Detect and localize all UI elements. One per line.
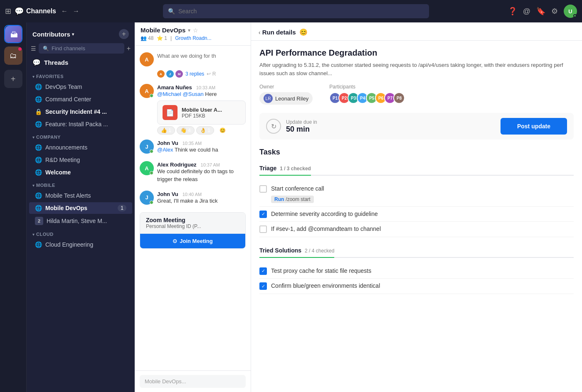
sidebar-item-command-center[interactable]: 🌐 Command Center [29, 93, 132, 105]
favorites-section-header[interactable]: ▾ FAVORITES [27, 70, 135, 81]
workspace-item-2[interactable]: 🗂 [4, 47, 22, 65]
sidebar-item-mobile-devops[interactable]: 🌐 Mobile DevOps 1 [29, 202, 132, 214]
mobile-section-header[interactable]: ▾ MOBILE [27, 179, 135, 189]
task-checkbox[interactable] [259, 282, 267, 290]
reaction-wave[interactable]: 👋 4 [177, 126, 195, 135]
grid-icon[interactable]: ⊞ [5, 7, 11, 16]
mention-icon[interactable]: @ [523, 7, 530, 16]
task-label: If #sev-1, add @commandteam to channel [271, 225, 381, 233]
join-meeting-button[interactable]: ⊙ Join Meeting [140, 234, 245, 248]
unread-badge: 1 [118, 205, 126, 211]
find-channels-input[interactable]: 🔍 Find channels [39, 43, 124, 54]
star-icon[interactable]: ☆ [193, 27, 198, 34]
help-icon[interactable]: ❓ [508, 7, 517, 16]
task-checkbox[interactable] [259, 267, 267, 275]
owner-label: Owner [259, 84, 313, 90]
workspace-name[interactable]: Contributors ▾ [32, 31, 74, 38]
search-bar[interactable]: 🔍 [163, 4, 429, 18]
tasks-title: Tasks [259, 148, 574, 157]
dropdown-icon[interactable]: ▾ [188, 27, 190, 33]
message-time: 10:40 AM [182, 192, 202, 197]
message-input[interactable]: Mobile DevOps... [140, 375, 246, 388]
message-time: 10:37 AM [201, 162, 220, 167]
sidebar-item-label: Feature: Install Packa ... [45, 121, 108, 127]
sidebar-item-security-incident[interactable]: 🔒 Security Incident #4 ... [29, 106, 132, 118]
sidebar-item-label: Cloud Engineering [45, 241, 93, 248]
post-update-button[interactable]: Post update [501, 118, 567, 135]
task-label: Confirm blue/green environments identica… [271, 282, 380, 290]
workspace-bar: 🏔 🗂 + [0, 0, 27, 392]
sidebar-item-mobile-test-alerts[interactable]: 🌐 Mobile Test Alerts [29, 190, 132, 201]
tab-triage[interactable]: Triage 1 / 3 checked [259, 162, 311, 175]
sidebar-item-threads[interactable]: 💬 Threads [27, 55, 135, 70]
avatar: A [140, 84, 154, 98]
online-indicator [150, 94, 153, 98]
back-button[interactable]: ‹ Run details [259, 29, 296, 36]
add-workspace-button[interactable]: + [4, 70, 22, 88]
sidebar-item-announcements[interactable]: 🌐 Announcements [29, 142, 132, 153]
sidebar-item-welcome[interactable]: 🌐 Welcome [29, 167, 132, 178]
globe-icon: 🌐 [35, 96, 42, 103]
cloud-section-header[interactable]: ▾ CLOUD [27, 228, 135, 238]
sidebar-dm-item[interactable]: 2 Hilda Martin, Steve M... [29, 215, 132, 227]
globe-icon: 🌐 [35, 144, 42, 151]
forward-arrow[interactable]: → [71, 7, 81, 16]
avatar: A [140, 161, 154, 175]
sidebar-item-cloud-engineering[interactable]: 🌐 Cloud Engineering [29, 239, 132, 250]
add-icon[interactable]: + [127, 45, 131, 52]
reaction-ok[interactable]: 👌 1 [196, 126, 214, 135]
msg-text: What are we doing for th [157, 53, 216, 59]
run-tag[interactable]: Run /zoom start [271, 196, 314, 203]
task-checkbox[interactable] [259, 185, 267, 193]
globe-icon: 🌐 [35, 169, 42, 176]
msg-text: @Michael @Susan Here [157, 91, 246, 98]
run-meta-row: Owner LR Leonard Riley Participants P1 P… [259, 84, 574, 105]
message-group-john: J John Vu 10:35 AM @Alex Think we could … [135, 137, 251, 159]
globe-icon: 🌐 [35, 157, 42, 163]
task-tabs: Triage 1 / 3 checked [259, 162, 574, 176]
company-section-header[interactable]: ▾ COMPANY [27, 130, 135, 141]
run-header-title: Run details [262, 29, 296, 36]
add-reaction[interactable]: 😊 [216, 126, 229, 135]
user-avatar[interactable]: U [564, 5, 577, 18]
globe-icon: 🌐 [35, 192, 42, 199]
run-label: Run [274, 196, 284, 202]
members-icon: 👥 [141, 35, 147, 41]
task-label: Determine severity according to guidelin… [271, 210, 378, 218]
timer-icon: ↻ [266, 119, 281, 134]
breadcrumb-link[interactable]: Growth Roadn... [175, 35, 211, 41]
triage-count: 1 / 3 checked [280, 166, 311, 172]
back-arrow[interactable]: ← [59, 7, 69, 16]
task-item-conference-call: Start conference call Run /zoom start [259, 181, 574, 207]
task-checkbox[interactable] [259, 211, 267, 218]
chevron-down-icon: ▾ [72, 32, 74, 37]
filter-icon[interactable]: ☰ [31, 45, 36, 52]
search-input[interactable] [178, 8, 424, 15]
bookmark-icon[interactable]: 🔖 [536, 7, 545, 16]
reaction-thumbsup[interactable]: 👍 1 [157, 126, 175, 135]
sidebar-item-devops-team[interactable]: 🌐 DevOps Team [29, 81, 132, 93]
sidebar-item-label: Announcements [45, 144, 87, 151]
attachment-info: PDF 15KB [182, 113, 222, 119]
sidebar-item-feature-install[interactable]: 🌐 Feature: Install Packa ... [29, 118, 132, 130]
globe-icon: 🌐 [35, 205, 42, 211]
add-channel-button[interactable]: + [119, 29, 129, 39]
channel-panel: Mobile DevOps ▾ ☆ 👥 48 ⭐ 1 | Growth Road… [135, 0, 251, 392]
smiley-icon[interactable]: 😊 [299, 28, 308, 36]
tab-tried-solutions[interactable]: Tried Solutions 2 / 4 checked [259, 244, 334, 257]
workspace-item-contributors[interactable]: 🏔 [4, 25, 22, 43]
message-group-amara: A Amara Nuñes 10:33 AM @Michael @Susan H… [135, 81, 251, 137]
run-details-panel: ‹ Run details 😊 API Performance Degradat… [251, 0, 582, 392]
attachment-card[interactable]: 📄 Mobile User A... PDF 15KB [157, 100, 246, 125]
message-time: 10:33 AM [196, 85, 215, 90]
author-name: John Vu [157, 140, 178, 146]
sidebar-item-rd-meeting[interactable]: 🌐 R&D Meeting [29, 154, 132, 166]
settings-icon[interactable]: ⚙ [551, 7, 558, 16]
task-checkbox[interactable] [259, 225, 267, 233]
attachment-name: Mobile User A... [182, 107, 222, 113]
channel-input-area[interactable]: Mobile DevOps... [135, 370, 251, 392]
update-label: Update due in [286, 119, 496, 125]
chevron-icon: ▾ [32, 183, 35, 188]
message-replies[interactable]: A J M 3 replies ↩ R [157, 69, 246, 79]
incident-description: After upgrading to 5.31.2, the customer … [259, 61, 574, 77]
